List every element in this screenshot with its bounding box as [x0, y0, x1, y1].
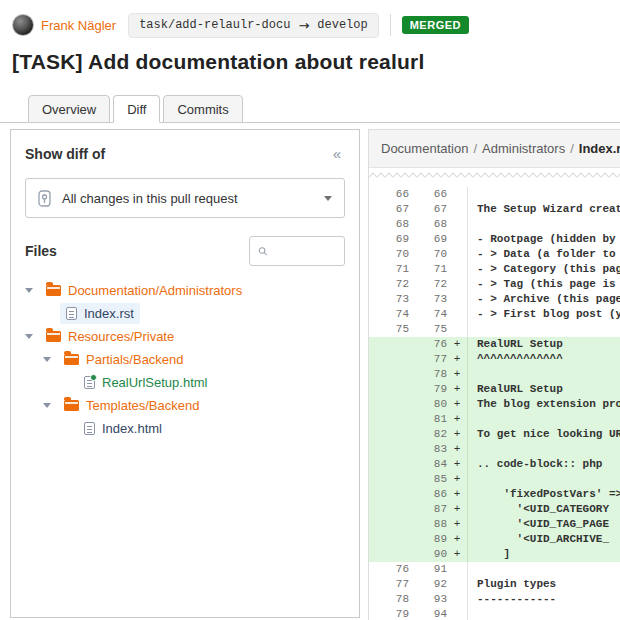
tab-overview[interactable]: Overview [28, 95, 110, 123]
new-line-number[interactable]: 72 [411, 277, 447, 292]
diff-marker: + [447, 397, 467, 412]
code-text: To get nice looking UR [467, 427, 620, 442]
old-line-number[interactable] [369, 517, 409, 532]
new-line-number[interactable]: 87 [411, 502, 447, 517]
code-text [467, 442, 620, 457]
old-line-number[interactable] [369, 547, 409, 562]
new-line-number[interactable]: 89 [411, 532, 447, 547]
new-line-number[interactable]: 70 [411, 247, 447, 262]
arrow-right-icon: → [298, 18, 309, 33]
skipped-lines-separator[interactable] [369, 168, 620, 187]
old-line-number[interactable] [369, 502, 409, 517]
new-line-number[interactable]: 75 [411, 322, 447, 337]
old-line-number[interactable]: 78 [369, 592, 409, 607]
new-line-number[interactable]: 74 [411, 307, 447, 322]
old-line-number[interactable] [369, 337, 409, 352]
folder-icon [64, 354, 79, 365]
code-text [467, 187, 620, 202]
new-line-number[interactable]: 85 [411, 472, 447, 487]
tab-diff[interactable]: Diff [113, 95, 160, 123]
search-icon [258, 245, 268, 258]
new-line-number[interactable]: 86 [411, 487, 447, 502]
old-line-number[interactable]: 73 [369, 292, 409, 307]
source-branch-label: task/add-relaulr-docu [139, 18, 290, 32]
tree-item-label: Index.html [102, 421, 162, 436]
diff-row: 7994 [369, 607, 620, 620]
diff-marker [447, 247, 467, 262]
code-text: .. code-block:: php [467, 457, 620, 472]
collapse-sidebar-button[interactable]: « [329, 144, 345, 163]
new-line-number[interactable]: 84 [411, 457, 447, 472]
new-line-number[interactable]: 92 [411, 577, 447, 592]
new-line-number[interactable]: 66 [411, 187, 447, 202]
old-line-number[interactable]: 67 [369, 202, 409, 217]
new-line-number[interactable]: 82 [411, 427, 447, 442]
old-line-number[interactable] [369, 457, 409, 472]
old-line-number[interactable]: 74 [369, 307, 409, 322]
tree-item-documentation-administrators[interactable]: Documentation/Administrators [25, 279, 345, 302]
diff-marker: + [447, 427, 467, 442]
new-line-number[interactable]: 80 [411, 397, 447, 412]
new-line-number[interactable]: 81 [411, 412, 447, 427]
old-line-number[interactable]: 79 [369, 607, 409, 620]
avatar[interactable] [12, 14, 34, 36]
file-search-box[interactable] [249, 236, 345, 266]
old-line-number[interactable]: 71 [369, 262, 409, 277]
old-line-number[interactable]: 69 [369, 232, 409, 247]
old-line-number[interactable] [369, 472, 409, 487]
old-line-number[interactable]: 76 [369, 562, 409, 577]
tree-item-templates-backend[interactable]: Templates/Backend [25, 394, 345, 417]
search-input[interactable] [274, 243, 336, 260]
old-line-number[interactable] [369, 442, 409, 457]
new-line-number[interactable]: 94 [411, 607, 447, 620]
new-line-number[interactable]: 90 [411, 547, 447, 562]
old-line-number[interactable] [369, 532, 409, 547]
new-line-number[interactable]: 79 [411, 382, 447, 397]
diff-row: 7893------------ [369, 592, 620, 607]
tree-collapse-caret-icon[interactable] [43, 357, 51, 362]
new-line-number[interactable]: 93 [411, 592, 447, 607]
old-line-number[interactable] [369, 487, 409, 502]
tab-commits[interactable]: Commits [163, 95, 242, 123]
file-tree: Documentation/AdministratorsIndex.rstRes… [25, 279, 345, 440]
tree-collapse-caret-icon[interactable] [43, 403, 51, 408]
new-line-number[interactable]: 77 [411, 352, 447, 367]
new-line-number[interactable]: 71 [411, 262, 447, 277]
code-text [467, 607, 620, 620]
new-line-number[interactable]: 78 [411, 367, 447, 382]
new-line-number[interactable]: 83 [411, 442, 447, 457]
code-text: - > Category (this pag [467, 262, 620, 277]
new-line-number[interactable]: 67 [411, 202, 447, 217]
diff-marker: + [447, 532, 467, 547]
code-text [467, 472, 620, 487]
old-line-number[interactable] [369, 427, 409, 442]
author-link[interactable]: Frank Nägler [41, 18, 116, 33]
tree-item-index-html[interactable]: Index.html [25, 417, 345, 440]
tree-collapse-caret-icon[interactable] [25, 288, 33, 293]
old-line-number[interactable] [369, 367, 409, 382]
old-line-number[interactable]: 66 [369, 187, 409, 202]
tree-item-partials-backend[interactable]: Partials/Backend [25, 348, 345, 371]
new-line-number[interactable]: 76 [411, 337, 447, 352]
commit-range-icon [38, 190, 51, 207]
new-line-number[interactable]: 73 [411, 292, 447, 307]
tree-item-realurlsetup-html[interactable]: RealUrlSetup.html [25, 371, 345, 394]
tree-item-resources-private[interactable]: Resources/Private [25, 325, 345, 348]
new-line-number[interactable]: 91 [411, 562, 447, 577]
old-line-number[interactable]: 77 [369, 577, 409, 592]
tree-collapse-caret-icon[interactable] [25, 334, 33, 339]
old-line-number[interactable]: 72 [369, 277, 409, 292]
old-line-number[interactable] [369, 382, 409, 397]
old-line-number[interactable] [369, 412, 409, 427]
new-line-number[interactable]: 69 [411, 232, 447, 247]
new-line-number[interactable]: 88 [411, 517, 447, 532]
new-line-number[interactable]: 68 [411, 217, 447, 232]
old-line-number[interactable] [369, 352, 409, 367]
tree-item-index-rst[interactable]: Index.rst [25, 302, 345, 325]
old-line-number[interactable]: 75 [369, 322, 409, 337]
old-line-number[interactable] [369, 397, 409, 412]
old-line-number[interactable]: 70 [369, 247, 409, 262]
old-line-number[interactable]: 68 [369, 217, 409, 232]
diff-scope-dropdown[interactable]: All changes in this pull request [25, 178, 345, 218]
code-text: - > Data (a folder to [467, 247, 620, 262]
